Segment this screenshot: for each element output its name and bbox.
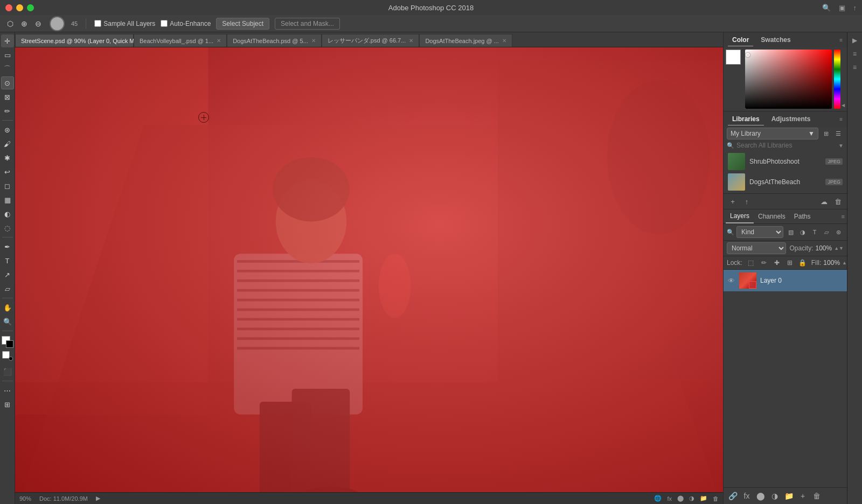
collapse-panels-icon[interactable]: ▶ <box>849 34 861 46</box>
add-selection-btn[interactable]: ⊕ <box>18 18 30 30</box>
brush-tool[interactable]: 🖌 <box>1 137 14 150</box>
add-group-btn[interactable]: 📁 <box>783 490 795 502</box>
extra-tools-icon[interactable]: ⋯ <box>1 384 14 397</box>
auto-enhance-checkbox[interactable]: Auto-Enhance <box>161 20 211 27</box>
tab-close-3[interactable]: ✕ <box>311 38 316 44</box>
grid-view-btn[interactable]: ⊞ <box>821 128 831 139</box>
background-color[interactable] <box>6 340 13 348</box>
add-layer-btn[interactable]: + <box>797 490 809 502</box>
sample-all-layers-checkbox[interactable]: Sample All Layers <box>94 20 155 27</box>
quick-selection-tool[interactable]: ⊙ <box>1 76 14 89</box>
healing-tool[interactable]: ⊛ <box>1 123 14 136</box>
paths-tab[interactable]: Paths <box>790 210 815 223</box>
pixel-filter-btn[interactable]: ▧ <box>785 227 796 237</box>
adj-filter-btn[interactable]: ◑ <box>797 227 808 237</box>
selection-tool[interactable]: ▭ <box>1 48 14 61</box>
lock-artboard-btn[interactable]: ⊞ <box>784 257 795 268</box>
type-tool[interactable]: T <box>1 254 14 267</box>
fx-icon[interactable]: fx <box>667 495 672 502</box>
path-selection-tool[interactable]: ↗ <box>1 268 14 281</box>
maximize-button[interactable] <box>27 4 34 11</box>
cloud-sync-icon[interactable]: ☁ <box>818 195 830 207</box>
fill-chevron[interactable]: ▲▼ <box>842 260 847 265</box>
zoom-tool[interactable]: 🔍 <box>1 315 14 328</box>
swatches-tab[interactable]: Swatches <box>756 34 795 46</box>
panel-menu-2[interactable]: ≡ <box>849 61 861 73</box>
blur-tool[interactable]: ◐ <box>1 207 14 220</box>
crop-tool[interactable]: ⊠ <box>1 90 14 103</box>
upload-library-btn[interactable]: ↑ <box>741 195 753 207</box>
hand-tool[interactable]: ✋ <box>1 301 14 314</box>
trash-icon[interactable]: 🗑 <box>713 495 719 502</box>
tab-close-2[interactable]: ✕ <box>217 38 221 44</box>
foreground-color-preview[interactable] <box>726 50 741 65</box>
brush-color-swatch[interactable] <box>50 16 65 31</box>
type-filter-btn[interactable]: T <box>809 227 820 237</box>
lock-position-btn[interactable]: ✏ <box>759 257 769 268</box>
layers-panel-expand[interactable]: ≡ <box>842 213 845 220</box>
clone-tool[interactable]: ✱ <box>1 151 14 164</box>
close-button[interactable] <box>5 4 12 11</box>
list-view-btn[interactable]: ☰ <box>833 128 844 139</box>
search-expand-icon[interactable]: ▼ <box>838 143 844 149</box>
window-controls[interactable] <box>5 4 34 11</box>
panel-menu-1[interactable]: ≡ <box>849 48 861 60</box>
eyedropper-tool[interactable]: ✏ <box>1 104 14 117</box>
add-library-item-btn[interactable]: + <box>727 195 739 207</box>
tab-dogsatbeach[interactable]: DogsAtTheBeach.psd @ 5... ✕ <box>227 34 322 47</box>
minimize-button[interactable] <box>16 4 23 11</box>
layer-visibility-toggle[interactable]: 👁 <box>727 276 735 285</box>
tab-dogsbeachjpeg[interactable]: DogsAtTheBeach.jpeg @ ... ✕ <box>419 34 512 47</box>
add-adjustment-btn[interactable]: ◑ <box>769 490 781 502</box>
library-search-input[interactable] <box>736 142 836 149</box>
tab-close-4[interactable]: ✕ <box>409 38 413 44</box>
move-tool[interactable]: ✛ <box>1 34 14 47</box>
layer-row[interactable]: 👁 Layer 0 <box>724 270 847 291</box>
hue-slider[interactable] <box>834 50 840 109</box>
select-mask-button[interactable]: Select and Mask... <box>275 18 340 30</box>
lock-pixels-btn[interactable]: ⬚ <box>746 257 756 268</box>
opacity-chevron[interactable]: ▲▼ <box>834 246 844 251</box>
tab-beachvolleyball[interactable]: BeachVolleyball_.psd @ 1... ✕ <box>134 34 227 47</box>
list-item[interactable]: DogsAtTheBeach JPEG <box>724 172 847 192</box>
color-tab[interactable]: Color <box>728 34 753 46</box>
tab-raccoon[interactable]: レッサーパンダ.psd @ 66.7... ✕ <box>322 34 420 47</box>
link-layers-btn[interactable]: 🔗 <box>727 490 739 502</box>
color-swatches[interactable] <box>2 336 13 348</box>
blend-mode-select[interactable]: Normal Multiply Screen <box>727 242 786 254</box>
canvas-image[interactable] <box>15 47 723 492</box>
tab-streetscene[interactable]: StreetScene.psd @ 90% (Layer 0, Quick Ma… <box>15 34 134 47</box>
screen-mode-icon[interactable]: ⬛ <box>1 365 14 378</box>
adj-icon[interactable]: ◑ <box>689 495 694 502</box>
delete-library-item-btn[interactable]: 🗑 <box>832 195 844 207</box>
folder-icon[interactable]: 📁 <box>700 495 707 502</box>
adjustments-tab[interactable]: Adjustments <box>767 113 815 125</box>
share-icon[interactable]: ↑ <box>853 4 857 12</box>
libraries-tab[interactable]: Libraries <box>728 113 764 125</box>
smart-filter-btn[interactable]: ⊛ <box>833 227 844 237</box>
new-selection-btn[interactable]: ⬡ <box>4 18 16 30</box>
canvas-area[interactable] <box>15 47 723 492</box>
eraser-tool[interactable]: ◻ <box>1 179 14 192</box>
mask-icon[interactable]: ⬤ <box>677 495 684 502</box>
select-subject-button[interactable]: Select Subject <box>216 18 269 30</box>
tab-close-5[interactable]: ✕ <box>502 38 506 44</box>
lock-move-btn[interactable]: ✚ <box>771 257 782 268</box>
pen-tool[interactable]: ✒ <box>1 240 14 253</box>
color-panel-expand[interactable]: ≡ <box>839 37 843 43</box>
libraries-panel-expand[interactable]: ≡ <box>839 116 843 122</box>
library-dropdown[interactable]: My Library ▼ <box>727 128 818 139</box>
delete-layer-btn[interactable]: 🗑 <box>811 490 823 502</box>
lasso-tool[interactable]: ⌒ <box>1 62 14 75</box>
doc-info-expand[interactable]: ▶ <box>96 495 100 502</box>
shape-filter-btn[interactable]: ▱ <box>821 227 832 237</box>
add-style-btn[interactable]: fx <box>741 490 753 502</box>
search-icon[interactable]: 🔍 <box>822 4 831 12</box>
add-mask-btn[interactable]: ⬤ <box>755 490 767 502</box>
shape-tool[interactable]: ▱ <box>1 282 14 295</box>
filter-kind-select[interactable]: Kind <box>736 226 783 238</box>
lock-all-btn[interactable]: 🔒 <box>797 257 808 268</box>
layers-tab[interactable]: Layers <box>726 209 754 223</box>
gradient-tool[interactable]: ▦ <box>1 193 14 206</box>
list-item[interactable]: ShrubPhotoshoot JPEG <box>724 151 847 172</box>
